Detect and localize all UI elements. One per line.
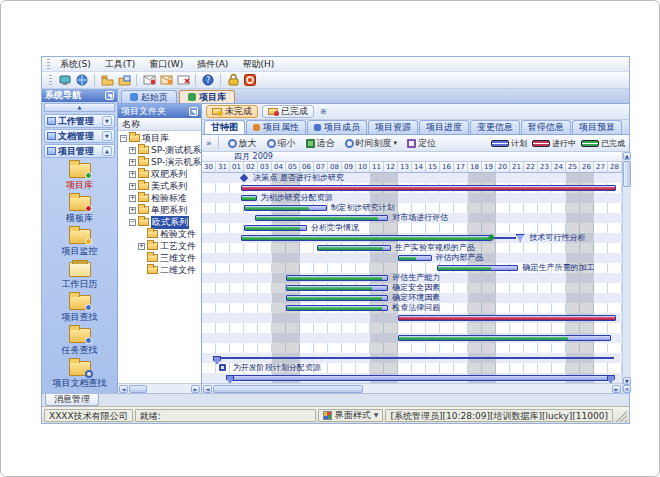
sidebar-item-模板库[interactable]: 模板库 — [44, 194, 116, 227]
scroll-extra-icon[interactable]: ≡ — [623, 385, 631, 393]
message-management-tab[interactable]: 消息管理 — [45, 394, 99, 406]
gantt-bar-task[interactable] — [255, 215, 388, 221]
scroll-right-icon[interactable]: ► — [191, 385, 200, 393]
globe-icon[interactable] — [75, 74, 89, 87]
sidebar-item-项目库[interactable]: 项目库 — [44, 161, 116, 194]
menu-item-2[interactable]: 窗口(W) — [142, 57, 190, 71]
power-icon[interactable] — [243, 74, 257, 87]
gantt-bar-task[interactable] — [244, 225, 307, 231]
toolbar-overflow-button[interactable]: » — [206, 138, 212, 148]
expand-plus-icon[interactable]: + — [129, 147, 136, 154]
tree-node-双肥系列[interactable]: +双肥系列 — [118, 168, 201, 180]
folder-window-icon[interactable] — [117, 74, 131, 87]
tree-node-SP-演示机系[interactable]: +SP-演示机系 — [118, 156, 201, 168]
expand-plus-icon[interactable]: + — [129, 159, 136, 166]
tree-node-欧式系列[interactable]: −欧式系列 — [118, 216, 201, 228]
tab-暂停信息[interactable]: 暂停信息 — [521, 120, 571, 134]
anchor-icon[interactable] — [219, 364, 226, 371]
expand-plus-icon[interactable]: + — [129, 171, 136, 178]
gantt-bar-task[interactable] — [286, 285, 388, 291]
tab-甘特图[interactable]: 甘特图 — [204, 120, 245, 134]
gantt-toolbar-适合[interactable]: 适合 — [303, 136, 338, 151]
expand-plus-icon[interactable]: + — [129, 183, 136, 190]
filter-button-未完成[interactable]: 未完成 — [206, 105, 258, 118]
interface-style-button[interactable]: 界面样式 ▼ — [318, 409, 384, 422]
gantt-bar-summary-active[interactable] — [398, 315, 616, 321]
more-chevron-icon[interactable]: ≋ — [320, 107, 327, 116]
gantt-bar-task[interactable] — [286, 275, 388, 281]
gantt-toolbar-时间刻度[interactable]: 时间刻度▾ — [342, 136, 401, 151]
gantt-bar-task[interactable] — [398, 335, 611, 341]
mail-delete-icon[interactable] — [176, 74, 190, 87]
tab-项目属性[interactable]: 项目属性 — [246, 120, 306, 134]
gantt-bar-task[interactable] — [286, 305, 388, 311]
sidebar-item-项目查找[interactable]: 项目查找 — [44, 293, 116, 326]
gantt-bar-done[interactable] — [241, 195, 256, 201]
resize-grip[interactable] — [615, 409, 627, 422]
tab-项目资源[interactable]: 项目资源 — [368, 120, 418, 134]
menu-item-3[interactable]: 插件(A) — [190, 57, 235, 71]
tab-项目预算[interactable]: 项目预算 — [572, 120, 622, 134]
scroll-down-icon[interactable]: ▼ — [623, 377, 631, 385]
gantt-bar-task[interactable] — [286, 295, 388, 301]
pin-icon[interactable]: ◥ — [189, 107, 198, 116]
pin-icon[interactable]: ◥ — [105, 91, 114, 100]
folder-open-icon[interactable] — [100, 74, 114, 87]
tree-node-二维文件[interactable]: 二维文件 — [118, 264, 201, 276]
tree-hscrollbar[interactable]: ◄ ► — [118, 383, 201, 393]
scroll-up-icon[interactable]: ▲ — [623, 152, 631, 160]
lock-icon[interactable] — [226, 74, 240, 87]
scroll-right-icon[interactable]: ► — [612, 385, 621, 393]
gantt-bar-task[interactable] — [317, 245, 391, 251]
tree-node-项目库[interactable]: −项目库 — [118, 132, 201, 144]
tree-node-检验标准[interactable]: +检验标准 — [118, 192, 201, 204]
tree-node-SP-测试机系[interactable]: +SP-测试机系 — [118, 144, 201, 156]
tree-node-三维文件[interactable]: 三维文件 — [118, 252, 201, 264]
gantt-bar-task[interactable] — [398, 255, 432, 261]
gantt-bar-task[interactable] — [437, 265, 518, 271]
help-icon[interactable]: ? — [201, 74, 215, 87]
gantt-toolbar-放大[interactable]: 放大 — [225, 136, 260, 151]
scroll-left-icon[interactable]: ◄ — [203, 385, 212, 393]
tree-node-单肥系列[interactable]: +单肥系列 — [118, 204, 201, 216]
sidebar-section-工作管理[interactable]: 工作管理▼ — [44, 114, 115, 128]
doc-tab-起始页[interactable]: 起始页 — [121, 90, 177, 103]
computer-icon[interactable] — [58, 74, 72, 87]
scroll-thumb[interactable] — [129, 385, 147, 393]
gantt-bar-summary-done[interactable] — [241, 235, 492, 241]
tree-node-工艺文件[interactable]: +工艺文件 — [118, 240, 201, 252]
mail-open-icon[interactable] — [159, 74, 173, 87]
gantt-hscrollbar[interactable]: ◄ ► — [202, 383, 622, 393]
sidebar-item-工作日历[interactable]: 工作日历 — [44, 260, 116, 293]
gantt-bar-task[interactable] — [244, 205, 327, 211]
expand-minus-icon[interactable]: − — [129, 219, 136, 226]
gantt-chart-area[interactable]: 决策点 是否进行初步研究为初步研究分配资源制定初步研究计划对市场进行评估分析竞争… — [202, 173, 622, 383]
menu-item-1[interactable]: 工具(T) — [98, 57, 143, 71]
gantt-toolbar-定位[interactable]: 定位 — [404, 136, 439, 151]
scroll-thumb[interactable] — [623, 161, 631, 187]
doc-tab-项目库[interactable]: 项目库 — [179, 90, 235, 103]
gantt-toolbar-缩小[interactable]: 缩小 — [264, 136, 299, 151]
sidebar-item-项目监控[interactable]: 项目监控 — [44, 227, 116, 260]
mail-new-icon[interactable] — [142, 74, 156, 87]
sidebar-section-项目管理[interactable]: 项目管理▲ — [44, 144, 115, 158]
sidebar-scroll-up[interactable]: ▲ — [44, 103, 115, 112]
tab-变更信息[interactable]: 变更信息 — [470, 120, 520, 134]
sidebar-item-任务查找[interactable]: 任务查找 — [44, 326, 116, 359]
expand-plus-icon[interactable]: + — [138, 243, 145, 250]
gantt-bar-span[interactable] — [230, 375, 611, 381]
tree-node-检验文件[interactable]: 检验文件 — [118, 228, 201, 240]
gantt-bar-summary-active[interactable] — [241, 185, 616, 191]
sidebar-item-项目文档查找[interactable]: 项目文档查找 — [44, 359, 116, 392]
tab-项目成员[interactable]: 项目成员 — [307, 120, 367, 134]
menu-item-4[interactable]: 帮助(H) — [235, 57, 281, 71]
sidebar-section-文档管理[interactable]: 文档管理▼ — [44, 129, 115, 143]
scroll-left-icon[interactable]: ◄ — [119, 385, 128, 393]
gantt-vscrollbar[interactable]: ▲ ▼ ≡ — [622, 152, 631, 393]
expand-minus-icon[interactable]: − — [120, 135, 127, 142]
tree-column-header[interactable]: 名称 — [118, 118, 201, 131]
tree-node-美式系列[interactable]: +美式系列 — [118, 180, 201, 192]
scroll-thumb[interactable] — [213, 385, 363, 393]
filter-button-已完成[interactable]: 已完成 — [262, 105, 314, 118]
expand-plus-icon[interactable]: + — [129, 195, 136, 202]
